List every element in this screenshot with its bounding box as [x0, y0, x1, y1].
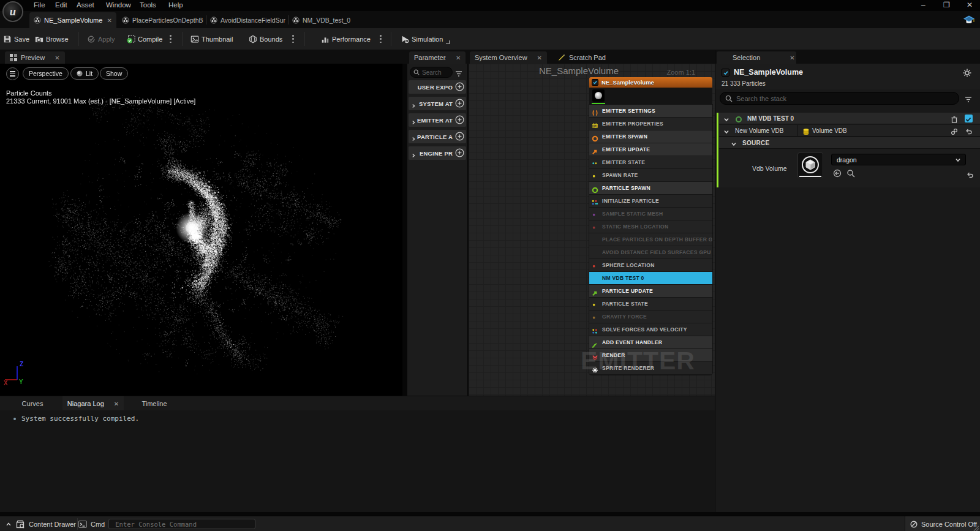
menu-help[interactable]: Help — [168, 1, 183, 9]
stack-row-emitter-update[interactable]: EMITTER UPDATE — [589, 143, 712, 156]
add-parameter-icon[interactable] — [455, 99, 464, 108]
stack-row-initialize-particle[interactable]: INITIALIZE PARTICLE — [589, 195, 712, 208]
stack-row-particle-spawn[interactable]: PARTICLE SPAWN — [589, 182, 712, 195]
kebab-menu-icon[interactable] — [380, 35, 382, 43]
chevron-down-icon[interactable] — [723, 127, 730, 134]
apply-button[interactable]: Apply — [87, 28, 115, 50]
tutorial-cap-icon[interactable] — [963, 15, 975, 25]
param-section-user-expo[interactable]: USER EXPO — [409, 80, 466, 94]
close-icon[interactable]: ✕ — [107, 17, 112, 24]
gear-icon[interactable] — [963, 69, 971, 77]
console-input[interactable]: Enter Console Command — [108, 519, 255, 529]
param-section-system-at[interactable]: SYSTEM AT — [409, 97, 466, 110]
resize-grip[interactable] — [973, 525, 979, 531]
restore-button[interactable]: ❐ — [943, 1, 950, 9]
stack-row-place-particles-on-depth-buffer-gpu[interactable]: PLACE PARTICLES ON DEPTH BUFFER GPU — [589, 233, 712, 246]
simulation-button[interactable]: Simulation — [401, 28, 443, 50]
asset-tab-PlaceParticlesOnDepthBuf[interactable]: PlaceParticlesOnDepthBuf — [118, 12, 203, 28]
stack-row-particle-update[interactable]: PARTICLE UPDATE — [589, 285, 712, 298]
filter-icon[interactable] — [455, 69, 462, 76]
perspective-button[interactable]: Perspective — [23, 67, 69, 80]
stack-row-module[interactable]: NM VDB TEST 0 — [719, 113, 980, 124]
stack-row-gravity-force[interactable]: GRAVITY FORCE — [589, 311, 712, 323]
emitter-node-header[interactable]: NE_SampleVolume — [589, 77, 712, 88]
stack-row-sample-static-mesh[interactable]: SAMPLE STATIC MESH — [589, 208, 712, 220]
unreal-logo-icon[interactable]: u — [2, 1, 23, 22]
lit-button[interactable]: Lit — [70, 67, 99, 80]
tab-parameters[interactable]: Parameters ✕ — [409, 51, 466, 64]
tab-timeline[interactable]: Timeline — [125, 396, 184, 411]
tab-curves[interactable]: Curves — [4, 396, 61, 411]
parameters-search-input[interactable]: Search — [410, 67, 453, 78]
stack-row-source[interactable]: SOURCE — [719, 137, 980, 149]
reset-icon[interactable] — [965, 127, 973, 134]
stack-search-input[interactable]: Search the stack — [720, 92, 959, 105]
tab-preview[interactable]: Preview ✕ — [5, 51, 65, 64]
close-icon[interactable]: ✕ — [537, 55, 542, 61]
param-section-emitter-at[interactable]: EMITTER AT — [409, 113, 466, 127]
chevron-right-icon[interactable] — [410, 100, 417, 107]
system-enabled-checkbox[interactable] — [722, 69, 729, 77]
param-section-engine-pr[interactable]: ENGINE PR — [409, 146, 466, 160]
thumbnail-button[interactable]: Thumbnail — [190, 28, 233, 50]
stack-row-solve-forces-and-velocity[interactable]: SOLVE FORCES AND VELOCITY — [589, 323, 712, 336]
chevron-down-icon[interactable] — [730, 139, 737, 146]
link-icon[interactable] — [951, 127, 958, 134]
kebab-menu-icon[interactable] — [170, 35, 172, 43]
close-icon[interactable]: ✕ — [790, 55, 794, 61]
system-overview-graph[interactable]: NE_SampleVolume Zoom 1:1 NE_SampleVolume… — [469, 64, 715, 396]
stack-row-particle-state[interactable]: PARTICLE STATE — [589, 298, 712, 311]
chevron-down-icon[interactable] — [723, 115, 730, 122]
minimize-button[interactable]: – — [921, 1, 925, 9]
stack-row-static-mesh-location[interactable]: STATIC MESH LOCATION — [589, 220, 712, 233]
save-button[interactable]: Save — [3, 28, 29, 50]
stack-row-avoid-distance-field-surfaces-gpu[interactable]: AVOID DISTANCE FIELD SURFACES GPU — [589, 246, 712, 259]
source-control-button[interactable]: Source Control Off — [905, 516, 980, 531]
tab-selection[interactable]: Selection ✕ — [717, 51, 796, 64]
menu-window[interactable]: Window — [106, 1, 131, 9]
asset-tab-AvoidDistanceFieldSurface[interactable]: AvoidDistanceFieldSurface — [206, 12, 285, 28]
chevron-right-icon[interactable] — [410, 150, 417, 156]
stack-row-emitter-settings[interactable]: EMITTER SETTINGS — [589, 105, 712, 118]
stack-row-emitter-state[interactable]: EMITTER STATE — [589, 156, 712, 169]
viewport-menu-button[interactable] — [6, 67, 19, 80]
reset-icon[interactable] — [967, 170, 974, 178]
trash-icon[interactable] — [951, 115, 958, 122]
vdb-volume-select[interactable]: dragon — [831, 154, 966, 165]
emitter-thumbnail[interactable] — [592, 89, 605, 102]
stack-row-nm-vdb-test-0[interactable]: NM VDB TEST 0 — [589, 272, 712, 285]
close-icon[interactable]: ✕ — [114, 401, 119, 407]
stack-row-emitter-spawn[interactable]: EMITTER SPAWN — [589, 130, 712, 143]
close-button[interactable]: ✕ — [967, 1, 973, 9]
browse-button[interactable]: Browse — [35, 28, 69, 50]
stack-row-spawn-rate[interactable]: SPAWN RATE — [589, 169, 712, 182]
compile-button[interactable]: Compile — [127, 28, 162, 50]
preview-viewport[interactable]: Perspective Lit Show Particle Counts 213… — [0, 64, 402, 396]
add-parameter-icon[interactable] — [455, 82, 464, 91]
module-enabled-checkbox[interactable] — [965, 115, 973, 122]
close-icon[interactable]: ✕ — [55, 55, 59, 61]
performance-button[interactable]: Performance — [321, 28, 371, 50]
use-selected-icon[interactable] — [833, 169, 842, 178]
stack-row-emitter-properties[interactable]: GPUEMITTER PROPERTIES — [589, 118, 712, 130]
filter-icon[interactable] — [965, 94, 972, 102]
add-parameter-icon[interactable] — [455, 132, 464, 141]
menu-asset[interactable]: Asset — [77, 1, 94, 9]
menu-edit[interactable]: Edit — [55, 1, 67, 9]
emitter-enabled-checkbox[interactable] — [592, 79, 598, 86]
close-icon[interactable]: ✕ — [456, 55, 461, 61]
stack-row-input[interactable]: New Volume VDB Volume VDB — [719, 125, 980, 137]
chevron-right-icon[interactable] — [410, 134, 417, 140]
menu-tools[interactable]: Tools — [140, 1, 156, 9]
tab-niagara-log[interactable]: Niagara Log✕ — [62, 396, 124, 411]
stack-row-sphere-location[interactable]: SPHERE LOCATION — [589, 259, 712, 272]
tab-system-overview[interactable]: System Overview ✕ — [470, 51, 547, 64]
kebab-menu-icon[interactable] — [292, 35, 294, 43]
add-parameter-icon[interactable] — [455, 115, 464, 124]
add-parameter-icon[interactable] — [455, 148, 464, 157]
content-drawer-button[interactable]: Content Drawer — [0, 516, 76, 531]
bounds-button[interactable]: Bounds — [249, 28, 282, 50]
emitter-node[interactable]: NE_SampleVolume EMITTER SETTINGSGPUEMITT… — [589, 77, 712, 375]
vdb-asset-thumbnail[interactable] — [797, 153, 823, 178]
menu-file[interactable]: File — [34, 1, 45, 9]
